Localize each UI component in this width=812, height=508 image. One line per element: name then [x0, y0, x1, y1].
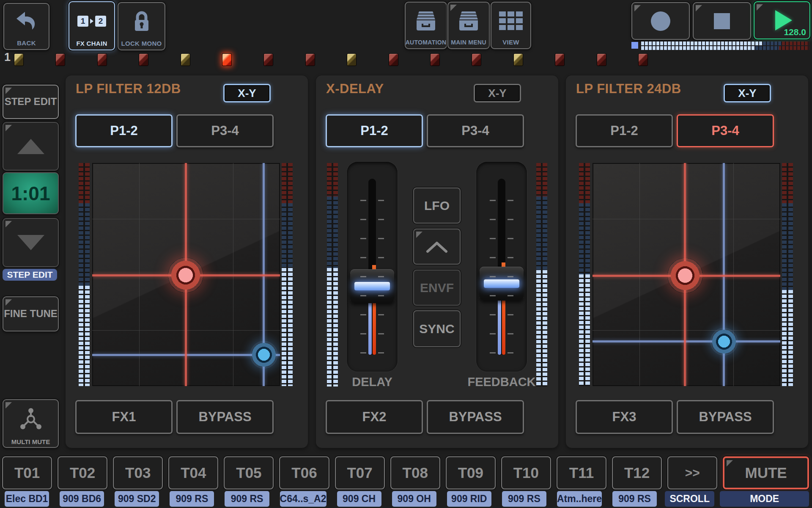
track-name-t05: 909 RS — [225, 491, 269, 507]
xy-mode-button[interactable]: X-Y — [223, 84, 271, 102]
track-bar: T01T02T03T04T05T06T07T08T09T10T11T12>>MU… — [2, 456, 809, 489]
bypass-button[interactable]: BYPASS — [176, 400, 274, 434]
track-button-t04[interactable]: T04 — [168, 456, 218, 489]
fx1-button[interactable]: FX1 — [75, 400, 173, 434]
fx-panel-lp-filter-12db: LP FILTER 12DB X-Y P1-2 P3-4 FX1 BYPASS — [66, 75, 308, 448]
step-indicator-13[interactable] — [513, 53, 523, 66]
step-indicator-2[interactable] — [55, 53, 65, 66]
step-indicator-16[interactable] — [638, 53, 648, 66]
page-p3-4-button[interactable]: P3-4 — [176, 114, 274, 147]
step-indicator-11[interactable] — [430, 53, 440, 66]
fx-chain-button[interactable]: 1 2 FX CHAIN — [69, 1, 115, 50]
bypass-button[interactable]: BYPASS — [677, 400, 774, 434]
xy-cursor-red[interactable] — [168, 257, 203, 293]
lfo-shape-button[interactable] — [413, 229, 461, 265]
back-button[interactable]: BACK — [3, 3, 49, 50]
step-indicator-5[interactable] — [181, 53, 190, 66]
xy-mode-button[interactable]: X-Y — [474, 84, 521, 102]
automation-corner-marker — [727, 460, 733, 467]
multi-mute-button[interactable]: MULTI MUTE — [3, 399, 59, 448]
xy-cursor-red[interactable] — [667, 258, 703, 293]
fx3-button[interactable]: FX3 — [576, 400, 673, 434]
automation-button[interactable]: AUTOMATION — [405, 2, 447, 49]
app-screen: BACK 1 2 FX CHAIN LOCK MONO — [0, 0, 812, 508]
page-p3-4-button[interactable]: P3-4 — [677, 114, 774, 147]
page-p1-2-button[interactable]: P1-2 — [576, 114, 673, 147]
step-indicator-6[interactable] — [222, 53, 232, 66]
y-value-meter — [282, 163, 293, 386]
step-edit-button[interactable]: STEP EDIT — [3, 85, 59, 119]
xy-cursor-blue[interactable] — [250, 341, 278, 369]
page-p3-4-button[interactable]: P3-4 — [427, 114, 524, 147]
archive-box-icon — [406, 3, 446, 39]
track-button-t12[interactable]: T12 — [612, 456, 662, 489]
fx-chain-label: FX CHAIN — [76, 40, 107, 50]
play-button[interactable]: 128.0 — [754, 1, 810, 39]
step-indicator-4[interactable] — [139, 53, 148, 66]
step-indicator-10[interactable] — [389, 53, 398, 66]
slider-handle[interactable] — [480, 267, 524, 301]
feedback-slider[interactable] — [476, 162, 527, 372]
automation-corner-marker — [450, 5, 457, 11]
track-button-t08[interactable]: T08 — [390, 456, 440, 489]
page-p1-2-button[interactable]: P1-2 — [326, 114, 423, 147]
xy-pad[interactable] — [593, 163, 780, 386]
x-value-meter — [79, 163, 90, 386]
fx-chain-icon: 1 2 — [69, 2, 114, 40]
step-up-button[interactable] — [3, 122, 59, 171]
bar-number: 1 — [4, 51, 11, 64]
track-label-row: Elec BD1909 BD6909 SD2909 RS909 RSC64..s… — [2, 491, 809, 507]
back-label: BACK — [17, 39, 36, 49]
x-value-meter — [579, 163, 590, 386]
mute-mode-button[interactable]: MUTE — [723, 456, 809, 489]
stop-button[interactable] — [693, 2, 751, 40]
step-indicator-9[interactable] — [347, 53, 357, 66]
record-button[interactable] — [631, 2, 690, 40]
step-indicator-8[interactable] — [305, 53, 315, 66]
lfo-button[interactable]: LFO — [413, 188, 461, 224]
track-button-t03[interactable]: T03 — [113, 456, 163, 489]
envf-button[interactable]: ENVF — [413, 270, 461, 306]
tempo-display: 128.0 — [784, 27, 806, 37]
fx2-button[interactable]: FX2 — [326, 400, 423, 434]
step-down-button[interactable] — [3, 218, 59, 267]
track-button-t06[interactable]: T06 — [279, 456, 329, 489]
step-indicator-1[interactable] — [14, 53, 24, 66]
track-scroll-button[interactable]: >> — [667, 456, 717, 489]
feedback-value-meter — [536, 163, 547, 387]
bypass-button[interactable]: BYPASS — [427, 400, 524, 434]
track-button-t07[interactable]: T07 — [335, 456, 385, 489]
delay-slider[interactable] — [347, 162, 398, 372]
page-p1-2-button[interactable]: P1-2 — [75, 114, 173, 147]
track-button-t01[interactable]: T01 — [2, 456, 52, 489]
lock-mono-button[interactable]: LOCK MONO — [118, 2, 165, 50]
xy-pad[interactable] — [92, 163, 280, 386]
fine-tune-button[interactable]: FINE TUNE — [3, 296, 59, 331]
step-indicator-14[interactable] — [555, 53, 565, 66]
automation-corner-marker — [5, 221, 12, 227]
step-indicator-15[interactable] — [597, 53, 606, 66]
step-indicator-3[interactable] — [97, 53, 107, 66]
automation-corner-marker — [416, 232, 422, 238]
step-edit-mode-badge: STEP EDIT — [3, 269, 57, 281]
track-button-t09[interactable]: T09 — [446, 456, 496, 489]
view-button[interactable]: VIEW — [491, 2, 531, 49]
slider-handle[interactable] — [350, 269, 394, 303]
track-name-t09: 909 RID — [447, 491, 491, 507]
song-position-meter — [631, 41, 809, 51]
main-menu-button[interactable]: MAIN MENU — [447, 2, 490, 49]
step-indicator-7[interactable] — [263, 53, 273, 66]
step-indicator-12[interactable] — [472, 53, 481, 66]
track-button-t10[interactable]: T10 — [501, 456, 551, 489]
fx-panel-x-delay: X-DELAY X-Y P1-2 P3-4 LFO ENVF SYNC DELA… — [316, 75, 558, 448]
track-button-t05[interactable]: T05 — [224, 456, 274, 489]
track-button-t02[interactable]: T02 — [58, 456, 107, 489]
multi-mute-icon — [18, 400, 44, 438]
sync-button[interactable]: SYNC — [413, 310, 461, 347]
automation-label: AUTOMATION — [406, 39, 447, 48]
track-name-t06: C64..s_A2 — [280, 491, 326, 507]
position-display: 1:01 — [3, 172, 59, 214]
track-button-t11[interactable]: T11 — [557, 456, 606, 489]
xy-mode-button[interactable]: X-Y — [724, 84, 771, 102]
xy-cursor-blue[interactable] — [710, 328, 738, 356]
